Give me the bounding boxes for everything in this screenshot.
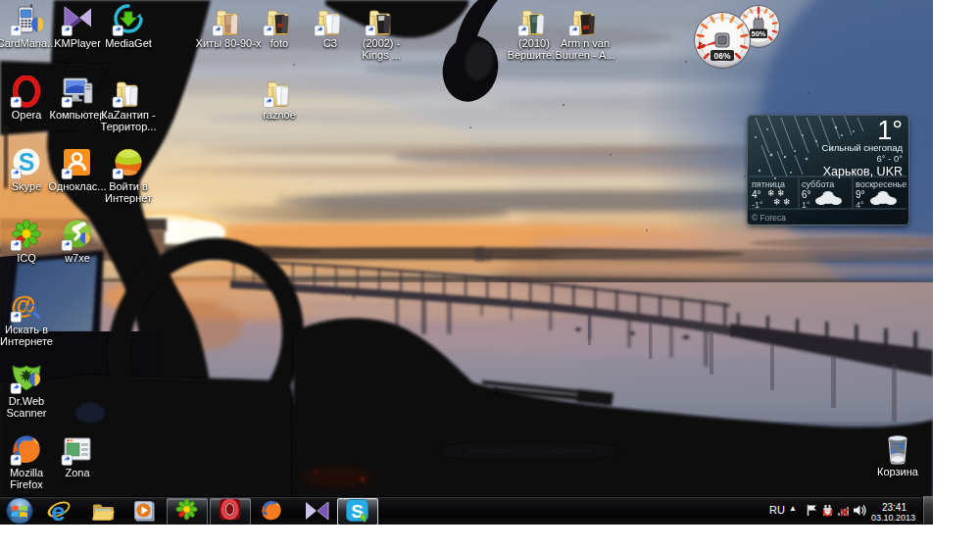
- svg-text:1°: 1°: [802, 200, 810, 210]
- svg-text:06%: 06%: [713, 51, 730, 61]
- svg-text:Харьков, UKR: Харьков, UKR: [823, 165, 903, 178]
- svg-text:суббота: суббота: [802, 179, 834, 189]
- svg-text:6°: 6°: [802, 189, 811, 200]
- svg-text:-1°: -1°: [752, 200, 763, 210]
- svg-text:воскресенье: воскресенье: [856, 179, 906, 189]
- svg-text:1°: 1°: [877, 116, 903, 145]
- svg-text:4°: 4°: [856, 200, 864, 210]
- svg-text:❄ ❄: ❄ ❄: [773, 197, 791, 207]
- svg-text:6° - 0°: 6° - 0°: [876, 153, 903, 164]
- svg-text:Сильный снегопад: Сильный снегопад: [822, 142, 904, 153]
- svg-text:e: e: [51, 499, 65, 523]
- svg-text:50%: 50%: [751, 29, 765, 38]
- svg-text:9°: 9°: [856, 189, 865, 200]
- svg-text:© Foreca: © Foreca: [752, 213, 786, 223]
- svg-text:4°: 4°: [752, 189, 761, 200]
